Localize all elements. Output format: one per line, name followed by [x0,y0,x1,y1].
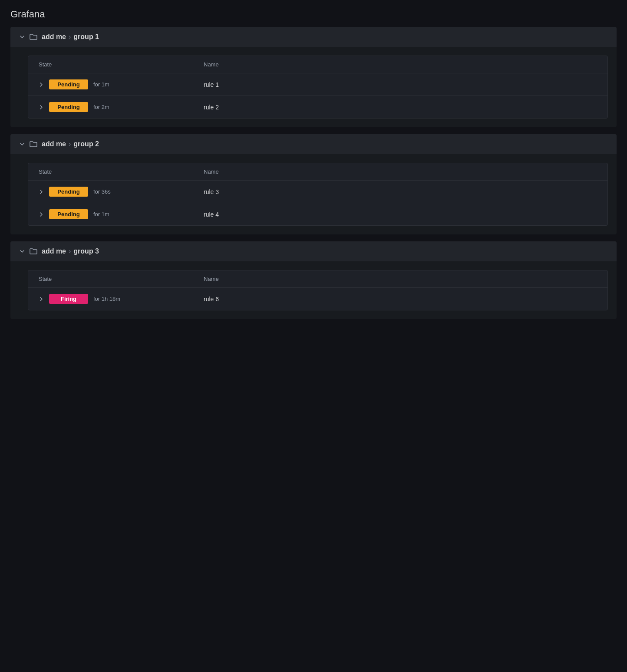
state-badge: Firing [49,294,88,304]
column-header-name: Name [204,61,597,68]
table-row: Firing for 1h 18m rule 6 [28,288,607,310]
group-content-group3: State Name Firing for 1h 18m rule 6 [10,261,617,319]
chevron-down-icon [19,141,25,147]
rules-table-group3: State Name Firing for 1h 18m rule 6 [28,270,608,310]
group-name: group 2 [73,140,99,148]
folder-icon [30,141,37,148]
state-cell: Pending for 1m [39,209,204,219]
column-header-name: Name [204,168,597,175]
column-header-state: State [39,61,204,68]
column-header-state: State [39,276,204,282]
table-row: Pending for 1m rule 1 [28,73,607,96]
state-cell: Pending for 1m [39,79,204,89]
group-header-group3[interactable]: add me › group 3 [10,241,617,261]
rule-name: rule 3 [204,188,597,195]
row-expand-chevron[interactable] [39,212,44,217]
rule-name: rule 2 [204,104,597,111]
group-separator: › [69,247,71,255]
group-header-group2[interactable]: add me › group 2 [10,134,617,154]
row-expand-chevron[interactable] [39,296,44,302]
group-folder-name: add me [42,33,66,41]
page-title: Grafana [10,9,617,20]
table-header: State Name [28,270,607,288]
group-container-group3: add me › group 3 State Name Firing for 1… [10,241,617,319]
group-container-group1: add me › group 1 State Name Pending for … [10,27,617,127]
state-cell: Pending for 2m [39,102,204,112]
table-header: State Name [28,163,607,181]
group-separator: › [69,140,71,148]
group-header-text: add me › group 1 [42,33,99,41]
group-name: group 3 [73,247,99,255]
state-cell: Pending for 36s [39,187,204,197]
column-header-state: State [39,168,204,175]
state-badge: Pending [49,102,88,112]
table-header: State Name [28,56,607,73]
group-header-text: add me › group 3 [42,247,99,255]
row-expand-chevron[interactable] [39,82,44,87]
duration-text: for 36s [93,188,111,195]
table-row: Pending for 2m rule 2 [28,96,607,118]
state-cell: Firing for 1h 18m [39,294,204,304]
chevron-down-icon [19,34,25,40]
state-badge: Pending [49,79,88,89]
duration-text: for 1m [93,211,109,217]
state-badge: Pending [49,187,88,197]
group-name: group 1 [73,33,99,41]
group-header-group1[interactable]: add me › group 1 [10,27,617,47]
rule-name: rule 6 [204,296,597,303]
row-expand-chevron[interactable] [39,189,44,194]
group-header-text: add me › group 2 [42,140,99,148]
column-header-name: Name [204,276,597,282]
group-folder-name: add me [42,247,66,255]
table-row: Pending for 1m rule 4 [28,203,607,225]
rule-name: rule 4 [204,211,597,218]
duration-text: for 1h 18m [93,296,120,302]
group-folder-name: add me [42,140,66,148]
duration-text: for 1m [93,81,109,88]
table-row: Pending for 36s rule 3 [28,181,607,203]
row-expand-chevron[interactable] [39,105,44,110]
group-container-group2: add me › group 2 State Name Pending for … [10,134,617,234]
duration-text: for 2m [93,104,109,110]
rules-table-group1: State Name Pending for 1m rule 1 [28,56,608,119]
rules-table-group2: State Name Pending for 36s rule 3 [28,163,608,226]
group-separator: › [69,33,71,41]
folder-icon [30,33,37,40]
folder-icon [30,248,37,255]
group-content-group1: State Name Pending for 1m rule 1 [10,47,617,127]
rule-name: rule 1 [204,81,597,88]
chevron-down-icon [19,248,25,254]
group-content-group2: State Name Pending for 36s rule 3 [10,154,617,234]
state-badge: Pending [49,209,88,219]
